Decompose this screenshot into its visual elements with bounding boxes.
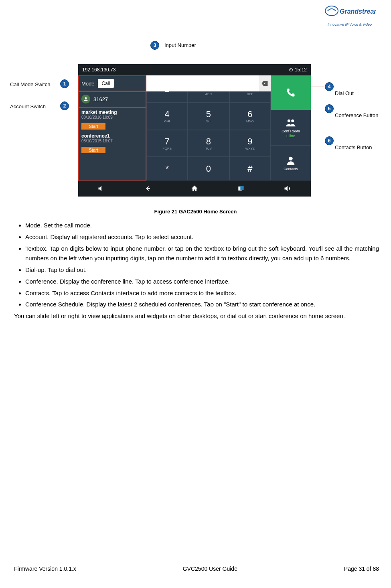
brand-logo: Grandstream Innovative IP Voice & Video	[320, 5, 380, 26]
bullet-7: Conference Schedule. Display the latest …	[25, 300, 379, 310]
svg-rect-7	[240, 186, 243, 190]
key-4[interactable]: 4GHI	[146, 103, 188, 130]
device-screenshot: 192.168.130.73 ⏲ 15:12 Mode Call 31627 m…	[78, 64, 311, 197]
callout-badge-3: 3	[150, 41, 159, 50]
svg-point-0	[325, 6, 338, 16]
group-icon	[285, 117, 296, 128]
right-panel: Conf Room 0 line Contacts	[271, 75, 311, 180]
bullet-2: Account. Display all registered accounts…	[25, 232, 379, 242]
highlight-account	[78, 91, 146, 107]
callout-label-2: Account Switch	[10, 103, 46, 109]
bullet-1: Mode. Set the call mode.	[25, 221, 379, 231]
volume-up-icon[interactable]	[284, 185, 292, 193]
svg-point-5	[289, 156, 292, 160]
page-footer: Firmware Version 1.0.1.x GVC2500 User Gu…	[14, 566, 379, 572]
number-input[interactable]	[146, 75, 259, 91]
volume-down-icon[interactable]	[97, 185, 105, 193]
bullet-5: Conference. Display the conference line.…	[25, 277, 379, 287]
figure-caption: Figure 21 GAC2500 Home Screen	[0, 209, 391, 215]
contacts-label: Contacts	[284, 167, 298, 171]
key-8[interactable]: 8TUV	[188, 130, 229, 157]
recent-icon[interactable]	[237, 185, 245, 193]
svg-point-3	[288, 120, 290, 122]
svg-point-4	[291, 120, 294, 122]
brand-tagline: Innovative IP Voice & Video	[320, 22, 380, 26]
callout-label-3: Input Number	[164, 42, 196, 48]
key-0[interactable]: 0	[188, 157, 229, 180]
callout-line	[311, 141, 325, 141]
dial-button[interactable]	[271, 75, 311, 110]
key-7[interactable]: 7PQRS	[146, 130, 188, 157]
key-6[interactable]: 6MNO	[229, 103, 271, 130]
home-icon[interactable]	[190, 185, 199, 193]
callout-label-1: Call Mode Switch	[10, 81, 50, 87]
callout-label-6: Contacts Button	[335, 144, 372, 150]
callout-badge-2: 2	[60, 101, 69, 110]
backspace-icon	[261, 80, 268, 87]
highlight-schedule	[78, 107, 146, 181]
closing-paragraph: You can slide left or right to view appl…	[14, 311, 379, 321]
footer-center: GVC2500 User Guide	[183, 566, 237, 572]
backspace-button[interactable]	[259, 75, 271, 91]
confroom-label: Conf Room	[282, 129, 300, 133]
confroom-sub: 0 line	[286, 134, 295, 138]
callout-badge-6: 6	[325, 136, 334, 145]
annotated-screenshot-diagram: Call Mode Switch 1 Account Switch 2 3 In…	[22, 36, 367, 201]
person-icon	[285, 155, 296, 166]
key-9[interactable]: 9WXYZ	[229, 130, 271, 157]
back-icon[interactable]	[144, 185, 152, 193]
conference-button[interactable]: Conf Room 0 line	[271, 110, 311, 145]
status-bar: 192.168.130.73 ⏲ 15:12	[78, 64, 311, 75]
bullet-4: Dial-up. Tap to dial out.	[25, 265, 379, 275]
callout-line	[311, 109, 325, 109]
bullet-6: Contacts. Tap to access Contacts interfa…	[25, 288, 379, 298]
clock: ⏲ 15:12	[289, 67, 307, 73]
svg-text:Grandstream: Grandstream	[340, 8, 376, 15]
nav-bar	[78, 180, 311, 197]
contacts-button[interactable]: Contacts	[271, 146, 311, 180]
callout-badge-4: 4	[325, 82, 334, 91]
highlight-mode	[78, 75, 146, 91]
key-star[interactable]: *	[146, 157, 188, 180]
key-hash[interactable]: #	[229, 157, 271, 180]
body-text: Mode. Set the call mode. Account. Displa…	[14, 221, 379, 321]
ip-address: 192.168.130.73	[82, 67, 115, 73]
callout-label-5: Conference Button	[335, 112, 378, 118]
callout-line	[311, 87, 325, 87]
footer-right: Page 31 of 88	[344, 566, 379, 572]
key-5[interactable]: 5JKL	[188, 103, 229, 130]
callout-badge-1: 1	[60, 79, 69, 88]
callout-label-4: Dial Out	[335, 90, 354, 96]
footer-left: Firmware Version 1.0.1.x	[14, 566, 76, 572]
callout-badge-5: 5	[325, 104, 334, 113]
grandstream-logo-icon: Grandstream	[324, 5, 376, 21]
bullet-3: Textbox. Tap on digits below to input ph…	[25, 244, 379, 264]
phone-icon	[285, 87, 296, 98]
